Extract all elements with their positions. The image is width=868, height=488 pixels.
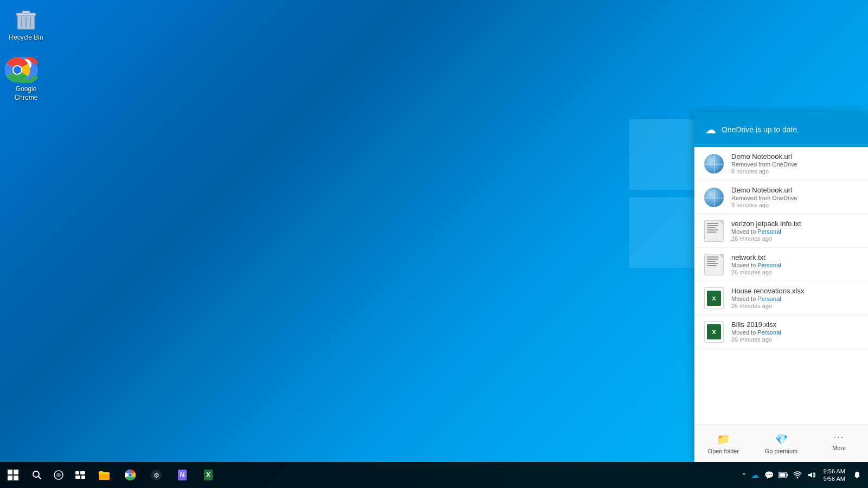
file-icon-0 bbox=[703, 153, 725, 175]
file-time-2: 26 minutes ago bbox=[731, 235, 859, 242]
file-status-1: Removed from OneDrive bbox=[731, 195, 859, 201]
open-folder-label: Open folder bbox=[708, 448, 739, 454]
file-info-3: network.txt Moved to Personal 26 minutes… bbox=[731, 253, 859, 275]
svg-rect-17 bbox=[14, 476, 18, 480]
taskbar-file-explorer[interactable] bbox=[91, 462, 117, 488]
onedrive-file-list: Demo Notebook.url Removed from OneDrive … bbox=[694, 147, 868, 425]
onedrive-cloud-icon: ☁ bbox=[705, 123, 716, 136]
folder-icon: 📁 bbox=[717, 433, 730, 446]
svg-rect-22 bbox=[75, 471, 79, 474]
file-icon-4: x bbox=[703, 287, 725, 309]
file-name-5: Bills-2019.xlsx bbox=[731, 320, 859, 329]
taskbar: ⚙ N X ^ ☁ bbox=[0, 462, 868, 488]
file-info-4: House renovations.xlsx Moved to Personal… bbox=[731, 287, 859, 309]
tray-chat-icon[interactable]: 💬 bbox=[763, 468, 776, 481]
file-time-3: 26 minutes ago bbox=[731, 269, 859, 275]
onedrive-footer: 📁 Open folder 💎 Go premium ··· More bbox=[694, 425, 868, 462]
svg-rect-16 bbox=[8, 476, 12, 480]
cortana-button[interactable] bbox=[48, 462, 69, 488]
file-info-0: Demo Notebook.url Removed from OneDrive … bbox=[731, 152, 859, 175]
svg-text:⚙: ⚙ bbox=[154, 472, 159, 479]
svg-rect-15 bbox=[14, 470, 18, 474]
more-label: More bbox=[832, 445, 846, 451]
file-icon-1 bbox=[703, 187, 725, 208]
desktop: Recycle Bin bbox=[0, 0, 868, 488]
go-premium-label: Go premium bbox=[765, 448, 798, 454]
diamond-icon: 💎 bbox=[775, 433, 788, 446]
onedrive-status: OneDrive is up to date bbox=[722, 125, 797, 134]
file-status-4: Moved to Personal bbox=[731, 296, 859, 302]
file-item-5[interactable]: x Bills-2019.xlsx Moved to Personal 26 m… bbox=[694, 315, 868, 349]
tray-battery-icon[interactable] bbox=[777, 468, 790, 481]
taskbar-apps: ⚙ N X bbox=[91, 462, 741, 488]
file-name-3: network.txt bbox=[731, 253, 859, 261]
file-info-5: Bills-2019.xlsx Moved to Personal 26 min… bbox=[731, 320, 859, 343]
file-name-4: House renovations.xlsx bbox=[731, 287, 859, 295]
svg-point-28 bbox=[129, 473, 132, 477]
file-icon-5: x bbox=[703, 321, 725, 343]
taskbar-onenote[interactable]: N bbox=[169, 462, 195, 488]
chrome-icon[interactable]: Google Chrome bbox=[4, 57, 48, 102]
taskbar-clock[interactable]: 9:56 AM 9/56 AM bbox=[819, 467, 850, 483]
file-status-0: Removed from OneDrive bbox=[731, 161, 859, 168]
svg-rect-23 bbox=[80, 471, 85, 474]
file-time-4: 26 minutes ago bbox=[731, 303, 859, 309]
file-time-1: 9 minutes ago bbox=[731, 202, 859, 208]
svg-rect-36 bbox=[787, 474, 788, 477]
file-info-2: verizon jetpack info.txt Moved to Person… bbox=[731, 220, 859, 242]
recycle-bin-icon[interactable]: Recycle Bin bbox=[4, 5, 48, 42]
open-folder-button[interactable]: 📁 Open folder bbox=[694, 425, 752, 462]
tray-chevron[interactable]: ^ bbox=[741, 472, 748, 478]
svg-rect-24 bbox=[75, 476, 80, 479]
tray-network-icon[interactable] bbox=[791, 468, 804, 481]
svg-point-21 bbox=[56, 473, 61, 477]
onedrive-panel: ☁ OneDrive is up to date Demo Notebook.u… bbox=[694, 112, 868, 462]
taskbar-date: 9/56 AM bbox=[824, 475, 845, 483]
file-name-0: Demo Notebook.url bbox=[731, 152, 859, 160]
file-item-2[interactable]: verizon jetpack info.txt Moved to Person… bbox=[694, 214, 868, 248]
file-time-5: 26 minutes ago bbox=[731, 336, 859, 343]
taskbar-steam[interactable]: ⚙ bbox=[143, 462, 169, 488]
more-icon: ··· bbox=[834, 433, 844, 442]
file-info-1: Demo Notebook.url Removed from OneDrive … bbox=[731, 186, 859, 208]
svg-point-13 bbox=[14, 66, 21, 74]
file-item-3[interactable]: network.txt Moved to Personal 26 minutes… bbox=[694, 248, 868, 281]
taskbar-time: 9:56 AM bbox=[824, 467, 845, 475]
taskbar-search-button[interactable] bbox=[26, 462, 48, 488]
svg-rect-37 bbox=[779, 473, 785, 477]
file-status-5: Moved to Personal bbox=[731, 329, 859, 336]
svg-rect-25 bbox=[81, 476, 85, 479]
file-status-3: Moved to Personal bbox=[731, 262, 859, 268]
file-icon-3 bbox=[703, 254, 725, 275]
go-premium-button[interactable]: 💎 Go premium bbox=[752, 425, 810, 462]
taskbar-chrome[interactable] bbox=[117, 462, 143, 488]
start-button[interactable] bbox=[0, 462, 26, 488]
svg-line-19 bbox=[39, 477, 41, 479]
taskbar-tray: ^ ☁ 💬 bbox=[741, 467, 868, 483]
recycle-bin-label: Recycle Bin bbox=[9, 34, 43, 42]
svg-point-38 bbox=[796, 477, 798, 479]
file-time-0: 8 minutes ago bbox=[731, 168, 859, 175]
svg-rect-14 bbox=[8, 470, 12, 474]
svg-text:X: X bbox=[206, 471, 210, 479]
svg-rect-2 bbox=[22, 11, 30, 14]
file-item-4[interactable]: x House renovations.xlsx Moved to Person… bbox=[694, 281, 868, 315]
more-button[interactable]: ··· More bbox=[810, 425, 868, 462]
chrome-image bbox=[13, 57, 39, 83]
file-status-2: Moved to Personal bbox=[731, 228, 859, 235]
taskview-button[interactable] bbox=[69, 462, 91, 488]
svg-text:N: N bbox=[180, 471, 185, 479]
tray-notification-icon[interactable] bbox=[851, 468, 864, 481]
taskbar-excel[interactable]: X bbox=[195, 462, 221, 488]
file-item-0[interactable]: Demo Notebook.url Removed from OneDrive … bbox=[694, 147, 868, 181]
file-icon-2 bbox=[703, 220, 725, 242]
file-name-1: Demo Notebook.url bbox=[731, 186, 859, 194]
file-item-1[interactable]: Demo Notebook.url Removed from OneDrive … bbox=[694, 181, 868, 214]
onedrive-header: ☁ OneDrive is up to date bbox=[694, 112, 868, 147]
tray-volume-icon[interactable] bbox=[805, 468, 818, 481]
tray-onedrive-icon[interactable]: ☁ bbox=[749, 468, 762, 481]
chrome-label: Google Chrome bbox=[4, 85, 48, 102]
recycle-bin-image bbox=[13, 5, 39, 31]
file-name-2: verizon jetpack info.txt bbox=[731, 220, 859, 228]
